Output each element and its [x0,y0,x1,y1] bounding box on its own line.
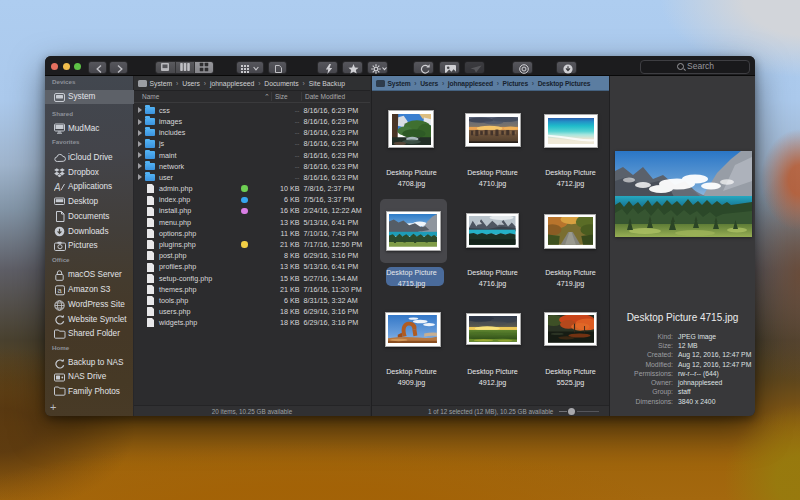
svg-text:a: a [57,286,62,295]
svg-text:A: A [54,182,61,193]
